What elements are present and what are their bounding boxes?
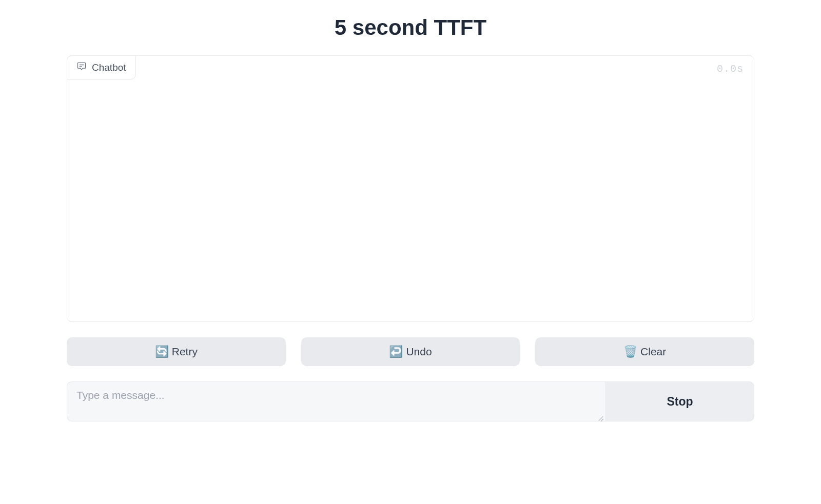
undo-icon: ↩️ [389,346,403,357]
message-input-wrap [67,381,605,424]
chat-panel: Chatbot 0.0s [67,55,754,322]
clear-label: Clear [640,346,666,358]
message-input[interactable] [67,381,605,421]
retry-icon: 🔄 [155,346,169,357]
chatbot-tab-label: Chatbot [92,62,126,73]
action-row: 🔄 Retry ↩️ Undo 🗑️ Clear [67,337,754,366]
stop-button[interactable]: Stop [605,381,754,421]
chatbot-tab[interactable]: Chatbot [67,55,136,79]
timer-display: 0.0s [717,63,744,75]
trash-icon: 🗑️ [623,346,637,357]
input-row: Stop [67,381,754,424]
app-container: 5 second TTFT Chatbot 0.0s 🔄 Retry ↩️ Un… [56,0,765,434]
clear-button[interactable]: 🗑️ Clear [535,337,754,366]
retry-button[interactable]: 🔄 Retry [67,337,286,366]
undo-button[interactable]: ↩️ Undo [301,337,520,366]
chat-icon [76,61,87,74]
retry-label: Retry [172,346,198,358]
undo-label: Undo [406,346,432,358]
page-title: 5 second TTFT [67,15,754,40]
